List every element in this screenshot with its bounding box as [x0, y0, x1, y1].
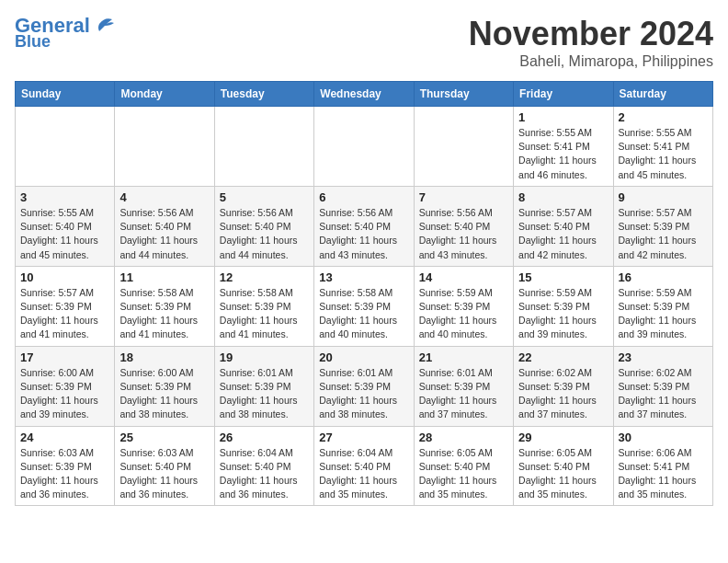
day-info: Sunrise: 5:56 AMSunset: 5:40 PMDaylight:… [419, 206, 508, 262]
day-number: 24 [20, 431, 109, 444]
calendar-cell: 21Sunrise: 6:01 AMSunset: 5:39 PMDayligh… [414, 346, 513, 426]
calendar-cell: 2Sunrise: 5:55 AMSunset: 5:41 PMDaylight… [613, 107, 712, 187]
weekday-header: Friday [514, 82, 613, 107]
day-info: Sunrise: 5:58 AMSunset: 5:39 PMDaylight:… [319, 286, 408, 342]
calendar-cell: 11Sunrise: 5:58 AMSunset: 5:39 PMDayligh… [115, 266, 214, 346]
day-number: 18 [119, 350, 209, 364]
weekday-header: Tuesday [214, 82, 313, 107]
weekday-header: Thursday [414, 82, 513, 107]
day-number: 29 [518, 431, 608, 444]
weekday-header: Monday [115, 82, 214, 107]
weekday-header: Saturday [613, 82, 712, 107]
calendar-cell: 3Sunrise: 5:55 AMSunset: 5:40 PMDaylight… [16, 186, 115, 266]
day-number: 20 [319, 350, 408, 364]
calendar-week-row: 3Sunrise: 5:55 AMSunset: 5:40 PMDaylight… [16, 186, 713, 266]
day-number: 19 [220, 350, 309, 364]
day-info: Sunrise: 5:55 AMSunset: 5:40 PMDaylight:… [20, 206, 109, 262]
day-number: 2 [619, 110, 708, 124]
day-info: Sunrise: 6:06 AMSunset: 5:41 PMDaylight:… [619, 446, 708, 502]
weekday-header-row: SundayMondayTuesdayWednesdayThursdayFrid… [16, 82, 713, 107]
day-info: Sunrise: 5:57 AMSunset: 5:40 PMDaylight:… [518, 206, 608, 262]
calendar-table: SundayMondayTuesdayWednesdayThursdayFrid… [15, 81, 713, 506]
day-number: 4 [119, 190, 209, 204]
calendar-cell: 25Sunrise: 6:03 AMSunset: 5:40 PMDayligh… [115, 426, 214, 506]
day-info: Sunrise: 6:00 AMSunset: 5:39 PMDaylight:… [20, 366, 109, 422]
calendar-week-row: 1Sunrise: 5:55 AMSunset: 5:41 PMDaylight… [16, 107, 713, 187]
day-number: 15 [518, 270, 608, 284]
day-info: Sunrise: 5:57 AMSunset: 5:39 PMDaylight:… [619, 206, 708, 262]
day-info: Sunrise: 5:58 AMSunset: 5:39 PMDaylight:… [220, 286, 309, 342]
day-info: Sunrise: 5:56 AMSunset: 5:40 PMDaylight:… [119, 206, 209, 262]
day-info: Sunrise: 6:01 AMSunset: 5:39 PMDaylight:… [419, 366, 508, 422]
day-info: Sunrise: 5:59 AMSunset: 5:39 PMDaylight:… [518, 286, 608, 342]
calendar-cell [214, 107, 313, 187]
day-info: Sunrise: 5:59 AMSunset: 5:39 PMDaylight:… [619, 286, 708, 342]
day-number: 13 [319, 270, 408, 284]
calendar-cell: 6Sunrise: 5:56 AMSunset: 5:40 PMDaylight… [314, 186, 414, 266]
calendar-cell: 19Sunrise: 6:01 AMSunset: 5:39 PMDayligh… [214, 346, 313, 426]
day-number: 10 [20, 270, 109, 284]
day-number: 8 [518, 190, 608, 204]
day-info: Sunrise: 6:00 AMSunset: 5:39 PMDaylight:… [119, 366, 209, 422]
day-number: 6 [319, 190, 408, 204]
calendar-cell: 12Sunrise: 5:58 AMSunset: 5:39 PMDayligh… [214, 266, 313, 346]
day-info: Sunrise: 5:55 AMSunset: 5:41 PMDaylight:… [619, 126, 708, 182]
month-title: November 2024 [469, 15, 713, 53]
day-info: Sunrise: 6:03 AMSunset: 5:40 PMDaylight:… [119, 446, 209, 502]
day-number: 17 [20, 350, 109, 364]
day-number: 9 [619, 190, 708, 204]
calendar-cell: 5Sunrise: 5:56 AMSunset: 5:40 PMDaylight… [214, 186, 313, 266]
calendar-cell: 8Sunrise: 5:57 AMSunset: 5:40 PMDaylight… [514, 186, 613, 266]
location: Baheli, Mimaropa, Philippines [469, 53, 713, 70]
day-number: 25 [119, 431, 209, 444]
day-number: 23 [619, 350, 708, 364]
logo: General Blue [15, 15, 118, 52]
day-number: 7 [419, 190, 508, 204]
logo-line2: Blue [15, 33, 51, 52]
day-number: 26 [220, 431, 309, 444]
page-header: General Blue November 2024 Baheli, Mimar… [15, 15, 713, 70]
day-number: 5 [220, 190, 309, 204]
day-info: Sunrise: 6:03 AMSunset: 5:39 PMDaylight:… [20, 446, 109, 502]
day-number: 22 [518, 350, 608, 364]
calendar-cell: 4Sunrise: 5:56 AMSunset: 5:40 PMDaylight… [115, 186, 214, 266]
day-info: Sunrise: 6:05 AMSunset: 5:40 PMDaylight:… [419, 446, 508, 502]
weekday-header: Sunday [16, 82, 115, 107]
title-block: November 2024 Baheli, Mimaropa, Philippi… [469, 15, 713, 70]
day-number: 30 [619, 431, 708, 444]
calendar-cell: 22Sunrise: 6:02 AMSunset: 5:39 PMDayligh… [514, 346, 613, 426]
day-number: 28 [419, 431, 508, 444]
calendar-cell: 15Sunrise: 5:59 AMSunset: 5:39 PMDayligh… [514, 266, 613, 346]
day-number: 14 [419, 270, 508, 284]
day-info: Sunrise: 6:02 AMSunset: 5:39 PMDaylight:… [518, 366, 608, 422]
day-number: 27 [319, 431, 408, 444]
calendar-cell: 18Sunrise: 6:00 AMSunset: 5:39 PMDayligh… [115, 346, 214, 426]
day-info: Sunrise: 6:01 AMSunset: 5:39 PMDaylight:… [319, 366, 408, 422]
day-info: Sunrise: 5:56 AMSunset: 5:40 PMDaylight:… [319, 206, 408, 262]
calendar-cell: 28Sunrise: 6:05 AMSunset: 5:40 PMDayligh… [414, 426, 513, 506]
calendar-week-row: 10Sunrise: 5:57 AMSunset: 5:39 PMDayligh… [16, 266, 713, 346]
calendar-cell: 13Sunrise: 5:58 AMSunset: 5:39 PMDayligh… [314, 266, 414, 346]
day-info: Sunrise: 5:56 AMSunset: 5:40 PMDaylight:… [220, 206, 309, 262]
calendar-cell: 30Sunrise: 6:06 AMSunset: 5:41 PMDayligh… [613, 426, 712, 506]
calendar-cell [16, 107, 115, 187]
calendar-week-row: 17Sunrise: 6:00 AMSunset: 5:39 PMDayligh… [16, 346, 713, 426]
day-number: 1 [518, 110, 608, 124]
calendar-cell: 27Sunrise: 6:04 AMSunset: 5:40 PMDayligh… [314, 426, 414, 506]
calendar-cell: 1Sunrise: 5:55 AMSunset: 5:41 PMDaylight… [514, 107, 613, 187]
calendar-cell: 17Sunrise: 6:00 AMSunset: 5:39 PMDayligh… [16, 346, 115, 426]
calendar-cell [414, 107, 513, 187]
calendar-cell: 20Sunrise: 6:01 AMSunset: 5:39 PMDayligh… [314, 346, 414, 426]
day-number: 3 [20, 190, 109, 204]
weekday-header: Wednesday [314, 82, 414, 107]
day-info: Sunrise: 5:58 AMSunset: 5:39 PMDaylight:… [119, 286, 209, 342]
calendar-cell: 10Sunrise: 5:57 AMSunset: 5:39 PMDayligh… [16, 266, 115, 346]
calendar-cell: 23Sunrise: 6:02 AMSunset: 5:39 PMDayligh… [613, 346, 712, 426]
calendar-cell: 26Sunrise: 6:04 AMSunset: 5:40 PMDayligh… [214, 426, 313, 506]
day-info: Sunrise: 6:05 AMSunset: 5:40 PMDaylight:… [518, 446, 608, 502]
calendar-cell: 7Sunrise: 5:56 AMSunset: 5:40 PMDaylight… [414, 186, 513, 266]
day-info: Sunrise: 6:04 AMSunset: 5:40 PMDaylight:… [220, 446, 309, 502]
logo-bird-icon [92, 15, 118, 33]
calendar-cell: 16Sunrise: 5:59 AMSunset: 5:39 PMDayligh… [613, 266, 712, 346]
day-info: Sunrise: 5:55 AMSunset: 5:41 PMDaylight:… [518, 126, 608, 182]
